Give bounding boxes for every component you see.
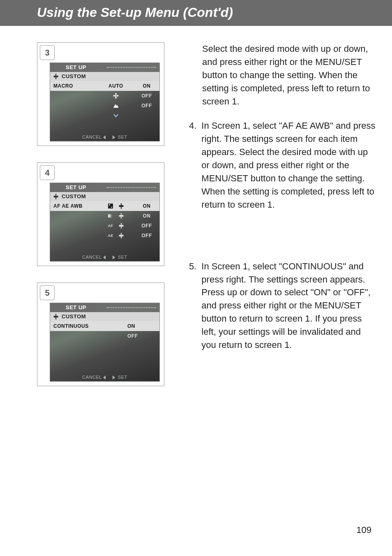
svg-rect-5: [108, 204, 113, 208]
triangle-right-icon: [113, 255, 115, 259]
lcd-row-label: AF AE AWB: [53, 203, 95, 209]
step-4-block: 4. In Screen 1, select "AF AE AWB" and p…: [189, 119, 376, 211]
figure-5: 5 SET UP CUSTOM CONTINUOUS ON: [37, 283, 164, 386]
lcd-custom-label: CUSTOM: [62, 72, 86, 81]
move-icon: [118, 222, 125, 229]
lcd-row: [50, 111, 159, 120]
lcd-row-value: OFF: [137, 223, 156, 229]
page-header: Using the Set-up Menu (Cont'd): [0, 0, 392, 26]
set-label: SET: [118, 134, 127, 139]
lcd-row: OFF: [50, 331, 159, 341]
lcd-row-label: CONTINUOUS: [53, 323, 95, 329]
lcd-custom-row: CUSTOM: [50, 312, 159, 321]
move-icon: [118, 213, 125, 219]
triangle-right-icon: [113, 135, 115, 139]
flower-icon: [113, 93, 119, 99]
lcd-row-value: ON: [137, 203, 156, 209]
svg-point-3: [113, 95, 115, 97]
lcd-row: AF OFF: [50, 221, 159, 231]
lcd-row: [50, 341, 159, 351]
lcd-row: [50, 351, 159, 361]
cancel-label: CANCEL: [82, 134, 101, 139]
lcd-row-value: ON: [137, 83, 156, 89]
svg-point-4: [117, 95, 119, 97]
lcd-row: OFF: [50, 91, 159, 101]
triangle-left-icon: [103, 135, 106, 139]
lcd-screen-4: SET UP CUSTOM AF AE AWB: [50, 183, 160, 262]
lcd-screen-5: SET UP CUSTOM CONTINUOUS ON: [50, 303, 160, 382]
intro-paragraph: Select the desired mode with up or down,…: [202, 42, 376, 108]
lcd-footer: CANCEL SET: [50, 375, 159, 380]
triangle-left-icon: [103, 255, 106, 259]
triangle-right-icon: [113, 375, 115, 380]
lcd-footer: CANCEL SET: [50, 255, 159, 259]
lcd-footer: CANCEL SET: [50, 134, 159, 139]
lcd-row-value: ON: [137, 213, 156, 219]
step-5-text: In Screen 1, select "CONTINUOUS" and pre…: [201, 260, 376, 352]
chevron-down-icon: [113, 112, 119, 119]
set-label: SET: [118, 375, 127, 380]
figure-3: 3 SET UP CUSTOM MACRO AUTO ON: [37, 42, 164, 146]
step-badge-4: 4: [40, 165, 55, 180]
svg-rect-7: [110, 214, 111, 218]
lcd-row-value: OFF: [137, 103, 156, 109]
step-5-block: 5. In Screen 1, select "CONTINUOUS" and …: [189, 260, 376, 352]
lcd-custom-label: CUSTOM: [62, 192, 86, 201]
af-lock-icon: AF: [107, 222, 114, 229]
cancel-label: CANCEL: [82, 255, 101, 259]
lcd-row-mid: AUTO: [96, 83, 136, 89]
lcd-title: SET UP: [50, 63, 159, 72]
text-column: Select the desired mode with up or down,…: [189, 42, 376, 386]
lcd-row: CONTINUOUS ON: [50, 321, 159, 331]
page-number: 109: [356, 525, 371, 535]
triangle-left-icon: [103, 375, 106, 380]
lcd-custom-row: CUSTOM: [50, 72, 159, 81]
lcd-row-value: ON: [127, 323, 156, 329]
lcd-row: AE OFF: [50, 231, 159, 241]
step-badge-5: 5: [40, 285, 55, 300]
step-number: 4.: [189, 119, 196, 211]
mountain-icon: [113, 102, 119, 109]
cancel-label: CANCEL: [82, 375, 101, 380]
figure-4: 4 SET UP CUSTOM AF AE AWB: [37, 162, 164, 266]
move-icon: [118, 203, 125, 209]
step-4-text: In Screen 1, select "AF AE AWB" and pres…: [201, 119, 376, 211]
ae-lock-icon: AE: [107, 232, 114, 239]
lcd-row: MACRO AUTO ON: [50, 81, 159, 91]
lcd-title: SET UP: [50, 183, 159, 192]
move-icon: [53, 313, 59, 320]
lcd-row: ON: [50, 211, 159, 221]
lcd-title: SET UP: [50, 303, 159, 312]
svg-rect-8: [111, 214, 113, 218]
step-number: 5.: [189, 260, 196, 352]
lcd-row: OFF: [50, 101, 159, 111]
step-badge-3: 3: [40, 45, 55, 60]
lcd-custom-label: CUSTOM: [62, 312, 86, 321]
figures-column: 3 SET UP CUSTOM MACRO AUTO ON: [37, 42, 164, 386]
lcd-screen-3: SET UP CUSTOM MACRO AUTO ON: [50, 63, 160, 141]
svg-point-1: [115, 93, 117, 95]
lcd-row: AF AE AWB ON: [50, 201, 159, 211]
svg-point-0: [115, 95, 117, 97]
move-icon: [53, 73, 59, 80]
lcd-row-value: OFF: [137, 233, 156, 239]
lcd-custom-row: CUSTOM: [50, 192, 159, 201]
bracket-icon: [107, 213, 114, 219]
set-label: SET: [118, 255, 127, 259]
svg-point-2: [115, 97, 117, 99]
lcd-row-value: OFF: [137, 93, 156, 99]
lcd-row-label: MACRO: [53, 83, 95, 89]
move-icon: [53, 193, 59, 200]
move-icon: [118, 232, 125, 239]
lcd-row-value: OFF: [127, 333, 156, 339]
svg-rect-6: [108, 214, 110, 218]
exposure-icon: [107, 203, 114, 209]
